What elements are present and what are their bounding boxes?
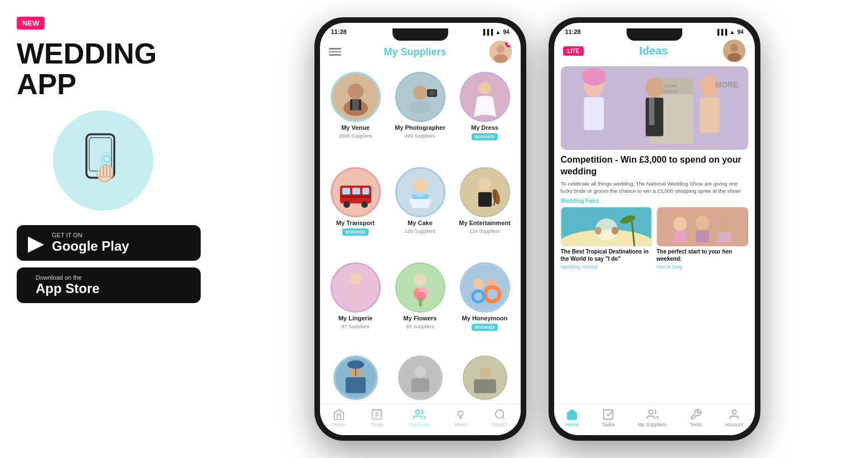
svg-rect-28 — [342, 188, 350, 194]
svg-line-79 — [502, 417, 505, 419]
hero-svg: NATIONAL WEDDING — [561, 66, 748, 150]
svg-point-78 — [495, 410, 503, 418]
svg-point-113 — [732, 410, 736, 414]
nav-home-label: Home — [332, 422, 346, 427]
svg-rect-29 — [352, 188, 360, 194]
app-store-main: App Store — [36, 281, 100, 296]
svg-rect-90 — [584, 97, 604, 130]
phone1-inner: 11:28 ▐▐▐ ▲ 94 My Suppliers — [320, 23, 521, 435]
partial-img-2 — [400, 356, 441, 399]
flowers-img — [397, 264, 444, 311]
phone1-time: 11:28 — [331, 28, 347, 35]
nav-home-label-p2: Home — [565, 422, 579, 427]
nav-tasks-label: Tasks — [371, 422, 384, 427]
svg-text:MORE: MORE — [715, 80, 738, 89]
svg-point-89 — [581, 68, 605, 86]
suppliers-icon — [413, 408, 425, 421]
nav-tasks-p2[interactable]: Tasks — [602, 408, 614, 427]
nav-account-p2[interactable]: Account — [725, 408, 743, 427]
app-title: WEDDING APP — [17, 38, 190, 99]
supplier-sub-venue: 2805 Suppliers — [338, 133, 372, 139]
supplier-name-dress: My Dress — [471, 124, 498, 131]
phone1-mockup: 11:28 ▐▐▐ ▲ 94 My Suppliers — [314, 17, 526, 441]
svg-rect-109 — [696, 230, 709, 242]
svg-rect-33 — [340, 196, 371, 198]
tools-icon-p2 — [690, 408, 702, 421]
nav-home-p2[interactable]: Home — [565, 408, 579, 427]
svg-point-21 — [409, 100, 431, 114]
menu-icon[interactable] — [329, 48, 341, 56]
phone-icon-container — [17, 110, 190, 211]
svg-point-47 — [347, 284, 365, 306]
left-panel: NEW WEDDING APP — [0, 0, 206, 458]
ideas-card-tropical[interactable]: The Best Tropical Destinations in the Wo… — [561, 207, 652, 270]
nav-my-suppliers-p2[interactable]: My Suppliers — [638, 408, 667, 427]
card-tropical-title: The Best Tropical Destinations in the Wo… — [561, 248, 652, 262]
lingerie-img — [332, 264, 379, 311]
nav-ideas-label-p1: Ideas — [454, 422, 467, 427]
user-avatar[interactable]: 2 — [489, 41, 512, 63]
supplier-item-flowers[interactable]: My Flowers 65 Suppliers — [391, 262, 449, 351]
signal-icon-2: ▐▐▐ — [715, 29, 727, 35]
supplier-circle-photographer — [395, 72, 445, 122]
svg-rect-111 — [604, 410, 613, 420]
supplier-item-venue[interactable]: My Venue 2805 Suppliers — [327, 72, 385, 160]
svg-point-49 — [414, 274, 426, 286]
honeymoon-img — [462, 264, 508, 311]
supplier-item-cake[interactable]: My Cake 150 Suppliers — [391, 167, 449, 256]
svg-point-8 — [97, 170, 100, 178]
card-img-hen — [657, 207, 748, 246]
svg-rect-95 — [700, 97, 720, 133]
app-store-button[interactable]: Download on the App Store — [17, 267, 201, 303]
ideas-card-hen[interactable]: The perfect start to your hen weekend: H… — [657, 207, 748, 270]
user-avatar-2[interactable] — [723, 40, 745, 62]
honeymoon-booked-badge: BOOKED — [472, 324, 498, 331]
supplier-circle-honeymoon — [460, 262, 510, 313]
svg-rect-4 — [100, 166, 103, 177]
supplier-item-transport[interactable]: My Transport BOOKED — [327, 167, 385, 256]
google-play-text: GET IT ON Google Play — [52, 232, 129, 254]
supplier-item-lingerie[interactable]: My Lingerie 87 Suppliers — [327, 262, 385, 351]
svg-point-55 — [473, 279, 484, 290]
svg-point-91 — [646, 78, 663, 98]
dress-booked-badge: BOOKED — [472, 133, 498, 140]
suppliers-title: My Suppliers — [384, 46, 446, 58]
nav-tools-p2[interactable]: Tools — [690, 408, 702, 427]
supplier-item-photographer[interactable]: My Photographer 499 Suppliers — [391, 72, 449, 160]
phone2-mockup: 11:28 ▐▐▐ ▲ 94 LITE Ideas — [549, 17, 760, 441]
svg-rect-6 — [107, 165, 110, 177]
nav-tasks[interactable]: Tasks — [371, 408, 384, 427]
venue-img — [332, 74, 379, 120]
nav-ideas-p1[interactable]: Ideas — [454, 408, 467, 427]
supplier-item-honeymoon[interactable]: My Honeymoon BOOKED — [456, 262, 514, 351]
svg-rect-42 — [478, 192, 492, 207]
svg-point-9 — [104, 155, 110, 162]
google-play-pre: GET IT ON — [52, 232, 129, 238]
battery-icon-2: 94 — [737, 29, 743, 35]
nav-my-suppliers-label-p2: My Suppliers — [638, 422, 667, 427]
svg-point-39 — [416, 192, 425, 197]
photographer-img — [397, 74, 444, 120]
ideas-hero-image: NATIONAL WEDDING — [561, 66, 748, 150]
card-hen-sub: Hen & Stag — [657, 264, 748, 270]
supplier-item-dress[interactable]: My Dress BOOKED — [456, 72, 514, 160]
dress-img — [462, 74, 508, 120]
supplier-circle-cake — [395, 167, 445, 217]
phones-area: 11:28 ▐▐▐ ▲ 94 My Suppliers — [206, 0, 868, 458]
tasks-icon — [371, 408, 383, 421]
cake-img — [397, 169, 444, 216]
svg-rect-108 — [673, 231, 687, 242]
nav-home[interactable]: Home — [332, 408, 346, 427]
ideas-icon-p1 — [454, 408, 467, 421]
nav-search[interactable]: Search — [492, 408, 508, 427]
my-suppliers-icon-p2 — [646, 408, 658, 421]
nav-suppliers[interactable]: Suppliers — [409, 408, 430, 427]
supplier-grid: My Venue 2805 Suppliers My Photographer — [320, 67, 521, 355]
google-play-button[interactable]: ▶ GET IT ON Google Play — [17, 225, 201, 261]
phone2-status-icons: ▐▐▐ ▲ 94 — [715, 29, 743, 35]
phone1-status-bar: 11:28 ▐▐▐ ▲ 94 — [320, 23, 521, 36]
svg-point-15 — [348, 84, 363, 99]
supplier-name-photographer: My Photographer — [395, 124, 445, 131]
home-icon-p2 — [566, 408, 578, 421]
supplier-item-entertainment[interactable]: My Entertainment 124 Suppliers — [456, 167, 514, 256]
